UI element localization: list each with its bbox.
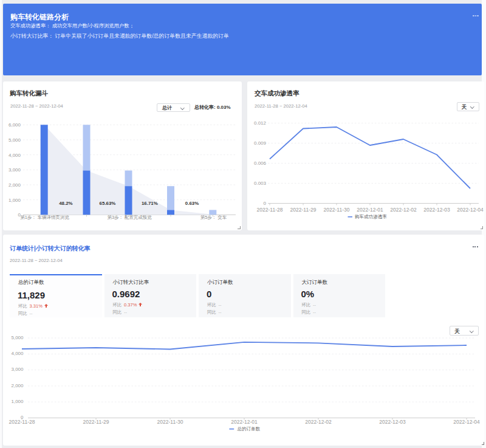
svg-text:0.012: 0.012 bbox=[254, 120, 267, 126]
svg-text:2022-11-29: 2022-11-29 bbox=[83, 418, 109, 424]
svg-text:1,000: 1,000 bbox=[11, 398, 24, 404]
svg-text:2,000: 2,000 bbox=[11, 382, 24, 388]
svg-text:购车成功渗透率: 购车成功渗透率 bbox=[355, 213, 388, 219]
svg-text:2022-11-30: 2022-11-30 bbox=[157, 418, 183, 424]
svg-text:2022-11-30: 2022-11-30 bbox=[324, 206, 350, 212]
svg-text:2022-11-28: 2022-11-28 bbox=[257, 206, 283, 212]
svg-text:第1步： 车辆详情页浏览: 第1步： 车辆详情页浏览 bbox=[20, 215, 69, 220]
svg-text:第5步： 交车: 第5步： 交车 bbox=[200, 215, 227, 220]
svg-text:0.003: 0.003 bbox=[254, 181, 267, 186]
svg-text:6,000: 6,000 bbox=[9, 122, 21, 128]
svg-text:2022-12-04: 2022-12-04 bbox=[457, 206, 484, 212]
svg-text:48.2%: 48.2% bbox=[59, 201, 72, 206]
svg-text:0.63%: 0.63% bbox=[185, 201, 199, 206]
svg-text:4,000: 4,000 bbox=[9, 152, 21, 157]
svg-text:2022-12-01: 2022-12-01 bbox=[357, 206, 383, 212]
svg-text:65.63%: 65.63% bbox=[100, 201, 116, 206]
svg-text:4,000: 4,000 bbox=[11, 351, 24, 356]
svg-text:0: 0 bbox=[264, 201, 267, 206]
svg-text:2022-12-04: 2022-12-04 bbox=[453, 418, 480, 424]
svg-text:2,000: 2,000 bbox=[9, 182, 21, 188]
svg-text:0.009: 0.009 bbox=[254, 140, 267, 146]
svg-text:总的订单数: 总的订单数 bbox=[237, 426, 261, 432]
svg-text:2022-11-28: 2022-11-28 bbox=[9, 418, 35, 424]
svg-text:1,000: 1,000 bbox=[9, 197, 21, 202]
svg-text:5,000: 5,000 bbox=[11, 334, 24, 340]
svg-text:3,000: 3,000 bbox=[11, 367, 24, 372]
svg-text:第3步： 配置完成预览: 第3步： 配置完成预览 bbox=[108, 215, 152, 220]
svg-text:3,000: 3,000 bbox=[9, 167, 21, 173]
svg-text:5,000: 5,000 bbox=[9, 137, 21, 143]
svg-text:2022-12-02: 2022-12-02 bbox=[390, 206, 417, 212]
svg-text:2022-12-01: 2022-12-01 bbox=[231, 418, 258, 424]
svg-text:2022-12-02: 2022-12-02 bbox=[305, 418, 332, 424]
svg-text:2022-12-03: 2022-12-03 bbox=[423, 206, 450, 212]
svg-text:16.71%: 16.71% bbox=[142, 201, 158, 206]
svg-text:0.006: 0.006 bbox=[254, 160, 267, 166]
svg-text:2022-12-03: 2022-12-03 bbox=[379, 418, 406, 424]
svg-text:2022-11-29: 2022-11-29 bbox=[290, 206, 317, 212]
